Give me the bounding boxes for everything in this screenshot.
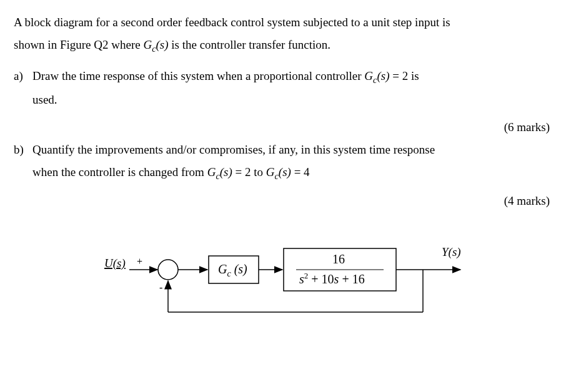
gc-symbol-a: G (364, 69, 373, 82)
part-b-label: b) (14, 139, 24, 161)
part-b-eq2: = 4 (291, 165, 310, 179)
plant-numerator: 16 (332, 252, 345, 266)
part-a-text-pre: Draw the time response of this system wh… (32, 69, 364, 82)
diagram-svg: U(s) + - Gc (s) 16 s2 + 10s + 16 Y(s) (86, 231, 485, 331)
gc-arg: (s) (156, 38, 168, 51)
intro-line2-pre: shown in Figure Q2 where (14, 38, 143, 51)
part-b: b) Quantify the improvements and/or comp… (32, 139, 557, 185)
gc-symbol-b1: G (207, 165, 216, 179)
gc-symbol: G (143, 38, 152, 51)
output-label: Y(s) (442, 245, 461, 259)
gc-block-text: Gc (s) (218, 262, 247, 278)
intro-line2-post: is the controller transfer function. (169, 38, 331, 51)
summing-junction (158, 260, 178, 280)
part-b-eq1: = 2 to (232, 165, 266, 179)
part-b-text1: Quantify the improvements and/or comprom… (32, 143, 435, 156)
gc-arg-b2: (s) (279, 165, 291, 179)
plant-denominator: s2 + 10s + 16 (299, 271, 365, 286)
part-a-post: is (408, 69, 419, 82)
gc-arg-a: (s) (377, 69, 389, 82)
sum-plus: + (137, 256, 142, 267)
part-b-marks: (4 marks) (32, 190, 557, 212)
part-a-marks: (6 marks) (32, 116, 557, 139)
sum-minus: - (159, 282, 162, 293)
gc-symbol-b2: G (266, 165, 275, 179)
part-a: a) Draw the time response of this system… (32, 65, 557, 111)
part-a-line2: used. (32, 93, 57, 106)
intro-paragraph: A block diagram for a second order feedb… (14, 11, 557, 57)
part-b-text2-pre: when the controller is changed from (32, 165, 207, 179)
block-diagram: U(s) + - Gc (s) 16 s2 + 10s + 16 Y(s) (14, 231, 557, 331)
part-a-eq: = 2 (389, 69, 408, 82)
intro-line1: A block diagram for a second order feedb… (14, 16, 450, 29)
question-list: a) Draw the time response of this system… (14, 65, 557, 212)
part-a-label: a) (14, 65, 23, 87)
input-label: U(s) (104, 257, 126, 270)
gc-arg-b1: (s) (220, 165, 232, 179)
